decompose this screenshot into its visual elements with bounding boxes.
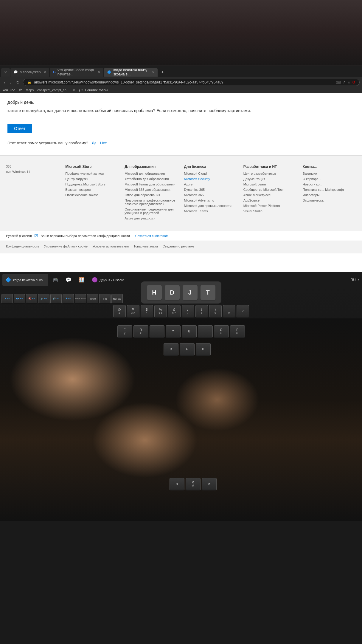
key-amp-6[interactable]: &6 ¬ xyxy=(168,305,181,318)
forward-button[interactable]: › xyxy=(9,79,13,85)
footer-link-edu-1[interactable]: Устройства для образования xyxy=(125,177,178,181)
footer-link-biz-7[interactable]: Microsoft Teams xyxy=(184,209,237,213)
footer-link-biz-1[interactable]: Microsoft Security xyxy=(184,177,237,181)
key-f4[interactable]: 🔉 F4 xyxy=(38,294,49,304)
taskbar-item-3[interactable]: 💬 xyxy=(63,274,74,286)
footer-bottom-link-2[interactable]: Конфиденциальность xyxy=(6,244,39,248)
answer-button[interactable]: Ответ xyxy=(7,124,32,133)
footer-link-biz-5[interactable]: Microsoft Advertising xyxy=(184,199,237,202)
key-o[interactable]: Oщ xyxy=(214,325,229,338)
taskbar-item-browser[interactable]: 🔷 когда печатаю вниз... xyxy=(2,274,48,286)
yes-link[interactable]: Да xyxy=(92,140,97,146)
tab-search1[interactable]: G что делать если когда печатае... ✕ xyxy=(50,68,103,77)
key-impr[interactable]: Impr Sant xyxy=(75,294,86,304)
key-i[interactable]: I xyxy=(198,325,213,338)
key-fin[interactable]: Fin xyxy=(99,294,111,304)
key-f[interactable]: F xyxy=(180,343,195,356)
footer-link-company-0[interactable]: Вакансии xyxy=(303,172,356,175)
footer-bottom-link-6[interactable]: Сведения о рекламе xyxy=(163,244,194,248)
footer-link-edu-2[interactable]: Microsoft Teams для образования xyxy=(125,182,178,186)
bookmark-maps[interactable]: Maps xyxy=(26,88,34,92)
footer-link-biz-0[interactable]: Microsoft Cloud xyxy=(184,172,237,175)
footer-link-dev-7[interactable]: Visual Studio xyxy=(243,209,297,213)
tab-close-icon-4[interactable]: ✕ xyxy=(152,70,155,74)
reload-button[interactable]: ↻ xyxy=(15,79,21,85)
key-at-2[interactable]: @2 xyxy=(113,305,126,318)
contact-link[interactable]: Связаться с Microsoft xyxy=(135,234,168,238)
key-t[interactable]: T xyxy=(150,325,164,338)
translate-icon[interactable]: ⌨ xyxy=(336,80,341,84)
alt-tab-key-d[interactable]: D xyxy=(165,285,180,300)
footer-link-dev-1[interactable]: Документация xyxy=(243,177,297,181)
footer-link-365[interactable]: 365 xyxy=(6,165,59,168)
new-tab-button[interactable]: + xyxy=(158,68,167,76)
key-e[interactable]: Eу xyxy=(117,325,132,338)
tab-1[interactable]: ✕ xyxy=(1,68,10,77)
opera-icon[interactable]: O xyxy=(352,80,355,84)
key-inicio[interactable]: Inicio xyxy=(87,294,98,304)
footer-link-company-1[interactable]: О корпора... xyxy=(303,177,356,181)
key-f3[interactable]: 🔇 F3 xyxy=(26,294,37,304)
tab-close-icon-1[interactable]: ✕ xyxy=(4,70,7,74)
key-u[interactable]: U xyxy=(182,325,197,338)
key-percent-5[interactable]: %5 € xyxy=(154,305,167,318)
footer-bottom-link-4[interactable]: Условия использования xyxy=(92,244,129,248)
key-repag[interactable]: RePag xyxy=(111,294,123,304)
back-button[interactable]: ‹ xyxy=(2,79,7,85)
footer-link-edu-0[interactable]: Microsoft для образования xyxy=(125,172,178,175)
key-close-9[interactable]: )9 xyxy=(209,305,222,318)
bookmark-conspect[interactable]: conspect_compl_an... xyxy=(37,88,69,92)
key-dollar-4[interactable]: $4 xyxy=(141,305,153,318)
alt-tab-key-j[interactable]: J xyxy=(183,285,198,300)
address-bar[interactable]: 🔒 answers.microsoft.com/ru-ru/windows/fo… xyxy=(23,79,360,86)
footer-link-store-2[interactable]: Поддержка Microsoft Store xyxy=(65,182,119,186)
key-open-8[interactable]: (8 xyxy=(195,305,208,318)
taskbar-item-windows[interactable]: 🪟 xyxy=(76,274,88,286)
key-h-mid[interactable]: H xyxy=(196,343,211,356)
key-question[interactable]: ? xyxy=(237,305,249,318)
key-hash-3[interactable]: ¥3 # xyxy=(127,305,139,318)
key-f1[interactable]: ✕ F1 xyxy=(1,294,13,304)
no-link[interactable]: Нет xyxy=(100,140,107,146)
taskbar-item-2[interactable]: 🎮 xyxy=(49,274,61,286)
key-f2[interactable]: ▶▶ F2 xyxy=(14,294,25,304)
footer-link-dev-3[interactable]: Сообщество Microsoft Tech xyxy=(243,188,297,191)
footer-bottom-link-3[interactable]: Управление файлами cookie xyxy=(44,244,88,248)
key-f5[interactable]: 🔊 F5 xyxy=(50,294,62,304)
alt-tab-key-t[interactable]: T xyxy=(201,285,215,300)
key-y[interactable]: Y xyxy=(166,325,181,338)
footer-link-dev-5[interactable]: AppSource xyxy=(243,199,297,202)
key-b[interactable]: B xyxy=(170,478,184,490)
tab-close-icon-3[interactable]: ✕ xyxy=(98,70,100,74)
footer-link-company-5[interactable]: Экологическа... xyxy=(303,199,356,202)
tray-up-arrow[interactable]: ∧ xyxy=(358,278,360,281)
footer-link-dev-0[interactable]: Центр разработчиков xyxy=(243,172,297,175)
language-indicator[interactable]: RU xyxy=(351,278,356,282)
key-r[interactable]: Rк xyxy=(133,325,148,338)
cookie-checkbox[interactable]: ☑ xyxy=(34,233,38,238)
key-p[interactable]: Pщ xyxy=(230,325,245,338)
footer-link-edu-6[interactable]: Специальные предложения для учащихся и р… xyxy=(125,208,178,215)
footer-link-company-3[interactable]: Политика ко... Майкрософт xyxy=(303,188,356,191)
footer-link-dev-4[interactable]: Azure Marketplace xyxy=(243,193,297,197)
bookmark-icon[interactable]: ☆ xyxy=(347,80,351,84)
bookmark-youtube[interactable]: YouTube xyxy=(2,88,15,92)
footer-link-biz-6[interactable]: Microsoft для промышленности xyxy=(184,204,237,208)
footer-link-edu-5[interactable]: Подготовка и профессиональное развитие п… xyxy=(125,199,178,206)
footer-link-store-3[interactable]: Возврат товаров xyxy=(65,188,119,191)
footer-link-store-4[interactable]: Отслеживание заказа xyxy=(65,193,119,197)
alt-tab-key-h[interactable]: H xyxy=(147,285,162,300)
bookmark-section[interactable]: § 2. Понятие голом... xyxy=(79,88,111,92)
key-f6[interactable]: ☀ F6 xyxy=(63,294,74,304)
footer-link-company-2[interactable]: Новости ко... xyxy=(303,182,356,186)
key-m[interactable]: Mб xyxy=(186,478,201,490)
tab-close-icon-2[interactable]: ✕ xyxy=(43,70,46,74)
footer-link-edu-4[interactable]: Office для образования xyxy=(125,193,178,197)
footer-link-win11[interactable]: ния Windows 11 xyxy=(6,170,59,174)
footer-link-store-1[interactable]: Центр загрузки xyxy=(65,177,119,181)
key-yu[interactable]: ю xyxy=(202,478,217,490)
footer-link-biz-2[interactable]: Azure xyxy=(184,182,237,186)
taskbar-item-discord[interactable]: 🟣 Друзья - Discord xyxy=(89,274,127,286)
key-eq-0[interactable]: =0 xyxy=(223,305,235,318)
footer-link-edu-7[interactable]: Azure для учащихся xyxy=(125,216,178,220)
